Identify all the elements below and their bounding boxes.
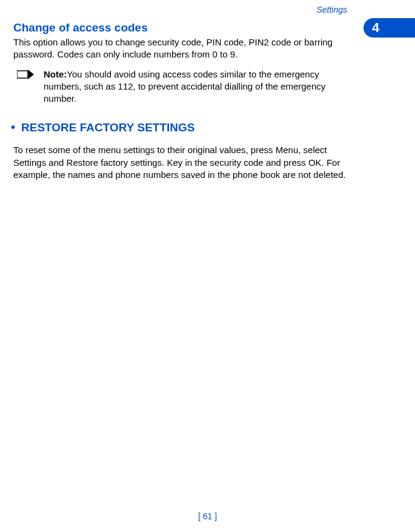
svg-marker-1 xyxy=(28,70,34,79)
main-content: Change of access codes This option allow… xyxy=(0,0,415,181)
note-body: You should avoid using access codes simi… xyxy=(44,69,325,104)
heading-restore-factory-settings: • RESTORE FACTORY SETTINGS xyxy=(11,120,350,134)
heading2-text: RESTORE FACTORY SETTINGS xyxy=(21,121,194,134)
page-number: [ 61 ] xyxy=(198,511,217,521)
section-body-change-access-codes: This option allows you to change securit… xyxy=(13,36,350,61)
header-section-label: Settings xyxy=(316,5,347,15)
section-title-change-access-codes: Change of access codes xyxy=(13,21,350,34)
chapter-tab: 4 xyxy=(364,18,415,38)
chapter-number: 4 xyxy=(372,20,379,36)
note-text: Note:You should avoid using access codes… xyxy=(44,68,350,105)
section-body-restore-factory: To reset some of the menu settings to th… xyxy=(13,144,350,181)
note-arrow-icon xyxy=(17,70,35,83)
page-footer: [ 61 ] xyxy=(0,511,415,521)
note-label: Note: xyxy=(44,69,67,79)
note-block: Note:You should avoid using access codes… xyxy=(13,68,350,105)
svg-rect-0 xyxy=(17,71,28,78)
heading-bullet: • xyxy=(11,120,15,134)
